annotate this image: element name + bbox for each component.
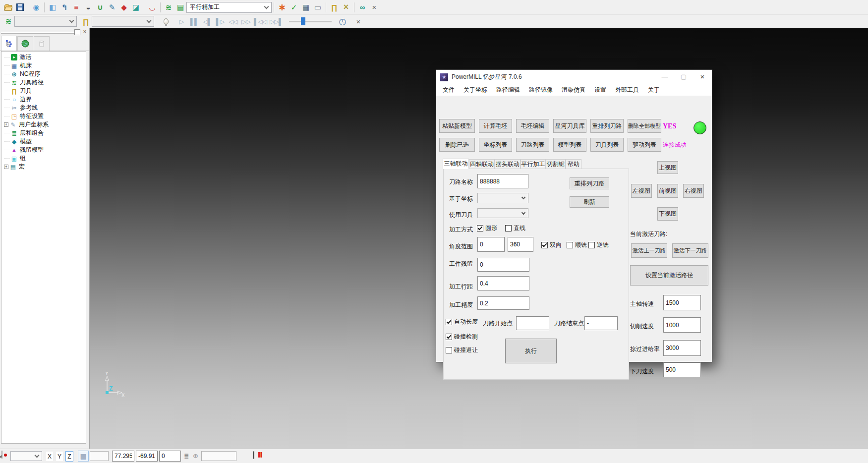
view-bottom-button[interactable]: 下视图 xyxy=(657,207,678,221)
menu-external-tools[interactable]: 外部工具 xyxy=(611,86,643,94)
toolpath-name-input[interactable] xyxy=(477,174,528,188)
angle-end-input[interactable] xyxy=(508,237,533,252)
expand-toggle[interactable] xyxy=(4,122,8,127)
use-tool-select[interactable] xyxy=(477,208,528,218)
bidirectional-checkbox[interactable]: 双向 xyxy=(541,241,562,249)
sidebar-item-activate[interactable]: 激活 xyxy=(1,53,86,61)
circle-checkbox[interactable]: 圆形 xyxy=(477,224,497,232)
coordinate-y-input[interactable] xyxy=(136,451,158,462)
tool-swap-icon[interactable] xyxy=(340,1,352,13)
sidebar-item-pattern[interactable]: 参考线 xyxy=(1,104,86,112)
light-bulb-icon[interactable] xyxy=(160,15,172,27)
sidebar-item-tool[interactable]: 刀具 xyxy=(1,87,86,95)
ruler-icon[interactable] xyxy=(312,1,324,13)
activate-prev-toolpath-button[interactable]: 激活上一刀路 xyxy=(631,243,667,258)
tab-recycle-bin[interactable] xyxy=(34,36,50,51)
compute-block-button[interactable]: 计算毛坯 xyxy=(479,119,512,133)
close-icon[interactable]: × xyxy=(693,70,712,84)
tab-saw[interactable]: 切割锯 xyxy=(546,159,566,169)
sidebar-item-toolpath[interactable]: 刀具路径 xyxy=(1,78,86,87)
save-icon[interactable] xyxy=(14,1,26,13)
delete-all-models-button[interactable]: 删除全部模型 xyxy=(628,119,661,133)
maximize-icon[interactable]: ▢ xyxy=(674,70,693,84)
panel-close-icon[interactable]: × xyxy=(82,29,88,35)
expand-toggle[interactable] xyxy=(4,165,8,169)
sim-tool-combobox[interactable] xyxy=(92,16,154,27)
toolbar-close-icon[interactable] xyxy=(368,1,380,13)
measure-input[interactable] xyxy=(201,451,236,461)
cursor-mode-combobox[interactable] xyxy=(10,451,42,461)
menu-about[interactable]: 关于 xyxy=(643,86,664,94)
cursor-mode-icon[interactable] xyxy=(1,451,2,459)
model-tool-icon[interactable] xyxy=(130,1,142,13)
skip-end-button[interactable]: ▷▷▌ xyxy=(268,15,284,27)
tab-swivel[interactable]: 摆头联动 xyxy=(495,159,521,169)
menu-file[interactable]: 文件 xyxy=(438,86,459,94)
pause-button[interactable]: ▌▌ xyxy=(188,15,201,27)
collision-check-checkbox[interactable]: 碰撞检测 xyxy=(446,333,478,341)
clock-icon[interactable] xyxy=(337,15,348,27)
auto-length-checkbox[interactable]: 自动长度 xyxy=(446,318,478,326)
tab-explorer-tree[interactable] xyxy=(1,36,17,51)
axis-x-button[interactable]: X xyxy=(46,451,54,462)
minimize-icon[interactable]: — xyxy=(655,70,674,84)
tool-arc-icon[interactable] xyxy=(146,1,158,13)
stock-remain-input[interactable] xyxy=(477,258,529,272)
nc-program-icon[interactable] xyxy=(70,1,82,13)
toolpath-list-icon[interactable] xyxy=(174,1,186,13)
menu-path-edit[interactable]: 路径编辑 xyxy=(492,86,524,94)
cutting-feed-input[interactable] xyxy=(663,317,701,333)
rearrange-toolpaths-button[interactable]: 重排列刀路 xyxy=(590,119,624,133)
view-top-button[interactable]: 上视图 xyxy=(657,161,678,174)
rapid-move-icon[interactable] xyxy=(58,1,70,13)
tool-library-button[interactable]: 星河刀具库 xyxy=(553,119,586,133)
axis-z-button[interactable]: Z xyxy=(65,451,73,462)
paste-new-model-button[interactable]: 粘贴新模型 xyxy=(439,119,475,133)
open-file-icon[interactable] xyxy=(2,1,14,13)
rewind-button[interactable]: ◁◁ xyxy=(227,15,239,27)
base-coord-select[interactable] xyxy=(477,193,528,203)
panel-header[interactable]: × xyxy=(0,28,89,36)
menu-render-sim[interactable]: 渲染仿真 xyxy=(557,86,590,94)
end-point-input[interactable] xyxy=(584,316,618,330)
view-front-button[interactable]: 前视图 xyxy=(657,184,678,198)
fast-forward-button[interactable]: ▷▷ xyxy=(239,15,252,27)
pattern-icon[interactable] xyxy=(106,1,118,13)
menu-path-mirror[interactable]: 路径镜像 xyxy=(524,86,557,94)
ball-tool-icon[interactable] xyxy=(82,1,94,13)
angle-start-input[interactable] xyxy=(477,237,505,252)
sidebar-item-workplane[interactable]: 用户坐标系 xyxy=(1,120,86,129)
view-right-button[interactable]: 右视图 xyxy=(683,184,704,198)
dialog-titlebar[interactable]: ★ PowerMILL 忆梦星河 7.0.6 — ▢ × xyxy=(436,70,712,84)
view-left-button[interactable]: 左视图 xyxy=(631,184,652,198)
toolpath-list-button[interactable]: 刀路列表 xyxy=(516,138,549,152)
sidebar-item-group[interactable]: 组 xyxy=(1,154,86,163)
coordinate-x-input[interactable] xyxy=(112,451,134,462)
stepover-input[interactable] xyxy=(477,276,529,290)
collision-check-icon[interactable] xyxy=(276,1,288,13)
tab-help[interactable]: 帮助 xyxy=(566,159,581,169)
step-back-button[interactable]: ◁▌ xyxy=(201,15,214,27)
delete-selected-button[interactable]: 删除已选 xyxy=(439,138,475,152)
step-forward-button[interactable]: ▌▷ xyxy=(214,15,227,27)
tab-parallel[interactable]: 平行加工 xyxy=(521,159,546,169)
sim-toolpath-combobox[interactable] xyxy=(14,16,77,27)
toolpath-combobox[interactable]: 平行精加工 xyxy=(186,2,272,13)
skim-feed-input[interactable] xyxy=(663,340,701,356)
simulation-icon[interactable] xyxy=(356,1,368,13)
climb-checkbox[interactable]: 顺铣 xyxy=(567,241,587,249)
line-checkbox[interactable]: 直线 xyxy=(505,224,525,232)
start-point-input[interactable] xyxy=(516,316,549,330)
sidebar-item-machine[interactable]: 机床 xyxy=(1,61,86,70)
refresh-button[interactable]: 刷新 xyxy=(570,196,609,208)
sim-toolbar-close-icon[interactable] xyxy=(352,15,364,27)
panel-float-icon[interactable] xyxy=(74,29,80,35)
execute-button[interactable]: 执行 xyxy=(505,339,557,363)
tool-verify-icon[interactable] xyxy=(288,1,300,13)
print-preview-icon[interactable] xyxy=(30,1,42,13)
tools-icon[interactable] xyxy=(328,1,340,13)
grid-size-input[interactable] xyxy=(90,451,109,461)
sidebar-item-model[interactable]: 模型 xyxy=(1,137,86,146)
block-icon[interactable] xyxy=(47,1,58,13)
tool-list-button[interactable]: 刀具列表 xyxy=(590,138,624,152)
